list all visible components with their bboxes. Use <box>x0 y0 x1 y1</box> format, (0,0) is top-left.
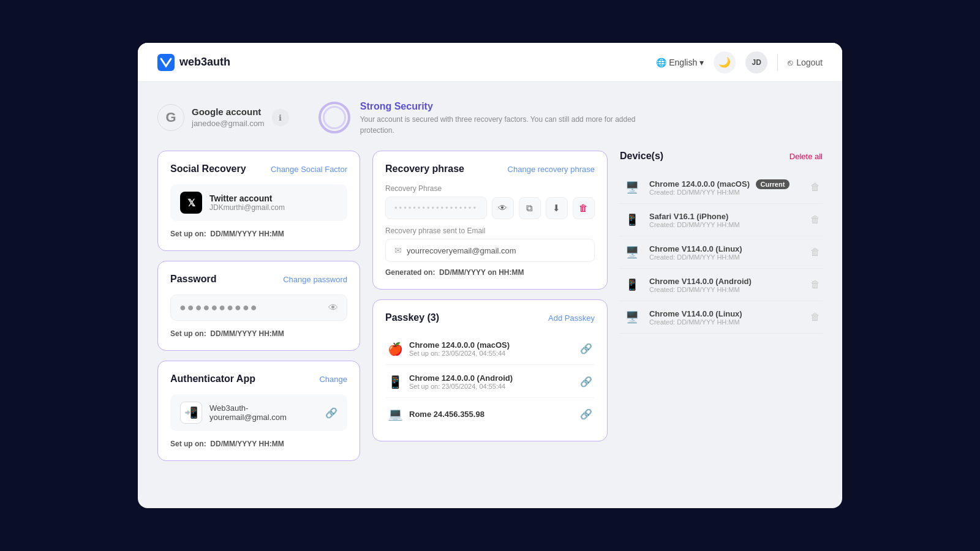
phrase-row: •••••••••••••••••• 👁 ⧉ ⬇ 🗑 <box>385 197 595 219</box>
logo-text: web3auth <box>179 56 230 69</box>
twitter-info: Twitter account JDKmurthi@gmail.com <box>209 193 285 212</box>
chevron-down-icon: ▾ <box>699 58 704 67</box>
current-badge: Current <box>756 179 790 189</box>
recovery-phrase-title: Recovery phrase <box>385 163 464 174</box>
device-info: Safari V16.1 (iPhone) Created: DD/MM/YYY… <box>649 212 740 228</box>
phrase-label: Recovery Phrase <box>385 184 595 193</box>
password-title: Password <box>170 274 217 285</box>
passkey-name: Chrome 124.0.0.0 (Android) <box>409 373 513 383</box>
device-icon: 🖥️ <box>622 178 642 197</box>
authenticator-app-card: Authenticator App Change 📲 Web3auth-your… <box>157 361 360 461</box>
passkey-link-icon[interactable]: 🔗 <box>580 408 592 420</box>
eye-icon[interactable]: 👁 <box>328 302 338 313</box>
passkey-item-left: 🍎 Chrome 124.0.0.0 (macOS) Set up on: 23… <box>388 340 510 357</box>
delete-device-icon[interactable]: 🗑 <box>810 214 820 225</box>
device-info: Chrome 124.0.0.0 (macOS) Current Created… <box>649 179 790 196</box>
device-item: 🖥️ Chrome V114.0.0 (Linux) Created: DD/M… <box>620 301 823 334</box>
device-created: Created: DD/MM/YYY HH:MM <box>649 286 752 293</box>
device-left: 📱 Safari V16.1 (iPhone) Created: DD/MM/Y… <box>622 210 740 230</box>
security-ring <box>318 102 350 133</box>
device-icon: 📱 <box>622 210 642 230</box>
auth-app-title: Authenticator App <box>170 373 255 384</box>
security-text: Strong Security Your account is secured … <box>360 99 666 136</box>
auth-link-icon[interactable]: 🔗 <box>325 407 337 419</box>
info-icon[interactable]: ℹ <box>272 109 289 126</box>
change-password-button[interactable]: Change password <box>283 275 347 284</box>
setup-label: Set up on: <box>170 230 206 238</box>
device-item: 🖥️ Chrome V114.0.0 (Linux) Created: DD/M… <box>620 236 823 269</box>
phrase-input: •••••••••••••••••• <box>385 197 487 219</box>
passkey-list: 🍎 Chrome 124.0.0.0 (macOS) Set up on: 23… <box>385 333 595 429</box>
device-name: Chrome V114.0.0 (Linux) <box>649 244 742 253</box>
globe-icon: 🌐 <box>656 58 666 67</box>
change-auth-button[interactable]: Change <box>319 375 347 384</box>
device-info: Chrome V114.0.0 (Linux) Created: DD/MM/Y… <box>649 244 742 261</box>
passkey-link-icon[interactable]: 🔗 <box>580 376 592 388</box>
passkey-item-left: 💻 Rome 24.456.355.98 <box>388 407 484 421</box>
device-info: Chrome V114.0.0 (Linux) Created: DD/MM/Y… <box>649 309 742 326</box>
auth-setup-label: Set up on: <box>170 440 206 448</box>
email-phrase-label: Recovery phrase sent to Email <box>385 227 595 235</box>
device-created: Created: DD/MM/YYY HH:MM <box>649 221 740 228</box>
auth-setup: Set up on: DD/MM/YYYY HH:MM <box>170 440 347 448</box>
language-selector[interactable]: 🌐 English ▾ <box>656 58 704 67</box>
delete-device-icon[interactable]: 🗑 <box>810 279 820 290</box>
passkey-name: Rome 24.456.355.98 <box>409 410 484 419</box>
passkey-info: Rome 24.456.355.98 <box>409 410 484 419</box>
twitter-icon: 𝕏 <box>180 192 202 214</box>
account-info: Google account janedoe@gmail.com <box>192 105 265 129</box>
delete-phrase-button[interactable]: 🗑 <box>573 197 595 219</box>
divider <box>777 54 778 71</box>
change-recovery-phrase-button[interactable]: Change recovery phrase <box>508 165 595 174</box>
passkey-setup: Set up on: 23/05/2024, 04:55:44 <box>409 383 513 390</box>
device-icon: 🖥️ <box>622 242 642 262</box>
devices-title: Device(s) <box>620 151 663 162</box>
change-social-factor-button[interactable]: Change Social Factor <box>271 165 347 174</box>
twitter-email: JDKmurthi@gmail.com <box>209 203 285 212</box>
passkey-device-icon: 📱 <box>388 375 403 389</box>
device-info: Chrome V114.0.0 (Android) Created: DD/MM… <box>649 277 752 293</box>
password-card: Password Change password ●●●●●●●●●● 👁 Se… <box>157 261 360 351</box>
delete-device-icon[interactable]: 🗑 <box>810 247 820 258</box>
passkey-link-icon[interactable]: 🔗 <box>580 343 592 354</box>
svg-rect-0 <box>157 54 175 71</box>
download-phrase-button[interactable]: ⬇ <box>546 197 568 219</box>
twitter-item: 𝕏 Twitter account JDKmurthi@gmail.com <box>170 184 347 221</box>
social-recovery-card: Social Recovery Change Social Factor 𝕏 T… <box>157 151 360 251</box>
passkey-name: Chrome 124.0.0.0 (macOS) <box>409 340 510 350</box>
passkey-info: Chrome 124.0.0.0 (macOS) Set up on: 23/0… <box>409 340 510 357</box>
middle-col: Recovery phrase Change recovery phrase R… <box>372 151 608 441</box>
passkey-card: Passkey (3) Add Passkey 🍎 Chrome 124.0.0… <box>372 299 608 441</box>
delete-device-icon[interactable]: 🗑 <box>810 182 820 193</box>
device-icon: 🖥️ <box>622 307 642 327</box>
passkey-info: Chrome 124.0.0.0 (Android) Set up on: 23… <box>409 373 513 390</box>
passkey-item: 🍎 Chrome 124.0.0.0 (macOS) Set up on: 23… <box>385 333 595 365</box>
add-passkey-button[interactable]: Add Passkey <box>548 313 595 323</box>
devices-list: 🖥️ Chrome 124.0.0.0 (macOS) Current Crea… <box>620 171 823 334</box>
security-title: Strong Security <box>360 99 666 114</box>
logout-button[interactable]: ⎋ Logout <box>788 58 823 67</box>
delete-all-button[interactable]: Delete all <box>790 152 823 161</box>
theme-toggle[interactable]: 🌙 <box>714 51 736 73</box>
device-item: 📱 Safari V16.1 (iPhone) Created: DD/MM/Y… <box>620 204 823 236</box>
passkey-item-left: 📱 Chrome 124.0.0.0 (Android) Set up on: … <box>388 373 513 390</box>
auth-setup-date: DD/MM/YYYY HH:MM <box>210 440 284 448</box>
copy-phrase-button[interactable]: ⧉ <box>519 197 541 219</box>
delete-device-icon[interactable]: 🗑 <box>810 312 820 323</box>
toggle-phrase-button[interactable]: 👁 <box>492 197 514 219</box>
device-name: Safari V16.1 (iPhone) <box>649 212 740 221</box>
logout-icon: ⎋ <box>788 58 793 67</box>
logout-label: Logout <box>796 58 823 67</box>
password-field: ●●●●●●●●●● 👁 <box>170 294 347 321</box>
generated-row: Generated on: DD/MM/YYYY on HH:MM <box>385 268 595 277</box>
language-label: English <box>669 58 697 67</box>
avatar[interactable]: JD <box>745 51 767 73</box>
social-recovery-setup: Set up on: DD/MM/YYYY HH:MM <box>170 230 347 238</box>
account-email: janedoe@gmail.com <box>192 118 265 129</box>
passkey-title: Passkey (3) <box>385 312 439 323</box>
device-left: 🖥️ Chrome V114.0.0 (Linux) Created: DD/M… <box>622 242 742 262</box>
device-created: Created: DD/MM/YYY HH:MM <box>649 318 742 326</box>
setup-date: DD/MM/YYYY HH:MM <box>210 230 284 238</box>
passkey-device-icon: 🍎 <box>388 342 403 356</box>
passkey-item: 📱 Chrome 124.0.0.0 (Android) Set up on: … <box>385 366 595 398</box>
